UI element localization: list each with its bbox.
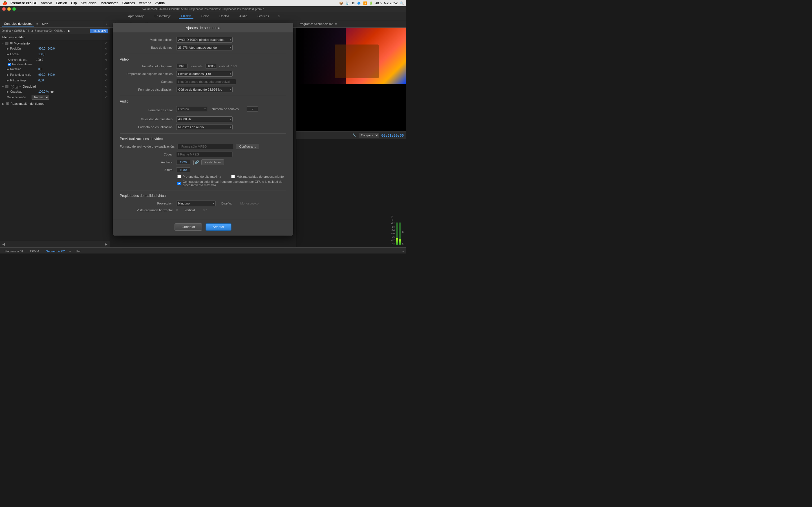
timeline-settings[interactable]: ≡ [69, 249, 71, 253]
rotation-expand[interactable]: ▶ [7, 68, 9, 71]
max-quality-checkbox[interactable] [231, 175, 235, 178]
linear-color-checkbox[interactable] [177, 182, 181, 185]
anchor-width-value[interactable]: 100,0 [36, 58, 43, 61]
menu-edicion[interactable]: Edición [56, 1, 67, 5]
edit-mode-select[interactable]: AVCHD 1080p píxeles cuadrados [176, 37, 233, 43]
timeline-more[interactable]: » [402, 249, 404, 253]
fullscreen-button[interactable] [12, 7, 16, 11]
position-expand[interactable]: ▶ [7, 47, 9, 50]
reset-button[interactable]: Restablecer [201, 159, 224, 165]
movement-header[interactable]: ▾ fx ⊞ Movimiento ↺ [0, 41, 110, 46]
position-x[interactable]: 960,0 [38, 47, 45, 50]
opacity-expand[interactable]: ▶ [7, 90, 9, 93]
opacity-slider-right[interactable]: ▶ [52, 90, 54, 93]
nav-edicion[interactable]: Edición [179, 13, 193, 18]
blend-mode-select[interactable]: Normal [32, 95, 49, 100]
opacity-value-reset[interactable]: ↺ [105, 90, 107, 93]
bit-depth-checkbox[interactable] [177, 175, 181, 178]
menu-archivo[interactable]: Archivo [41, 1, 52, 5]
scale-expand[interactable]: ▶ [7, 53, 9, 56]
minimize-button[interactable] [7, 7, 11, 11]
preview-width-input[interactable] [176, 160, 190, 165]
nav-efectos[interactable]: Efectos [216, 14, 232, 18]
menu-marcadores[interactable]: Marcadores [100, 1, 118, 5]
network-icon: 📡 [345, 1, 349, 5]
timeline-tab-seq01[interactable]: Secuencia 01 [2, 249, 26, 253]
menu-ayuda[interactable]: Ayuda [155, 1, 165, 5]
preview-height-input[interactable] [176, 167, 190, 172]
link-icon[interactable]: 🔗 [195, 160, 199, 164]
scale-value[interactable]: 100,0 [38, 53, 45, 56]
opacity-header[interactable]: ▾ fx ○ □ ✎ Opacidad ↺ [0, 84, 110, 89]
menu-graficos[interactable]: Gráficos [122, 1, 135, 5]
anti-flicker-reset[interactable]: ↺ [105, 79, 107, 82]
tab-mez[interactable]: Mez [40, 22, 50, 26]
tab-controles-efectos[interactable]: Controles de efectos [2, 21, 34, 26]
timeline-tab-seq02[interactable]: Secuencia 02 [44, 249, 67, 253]
rotation-value[interactable]: 0,0 [38, 68, 42, 71]
opacity-value[interactable]: 100,0 % [38, 90, 49, 93]
menu-ventana[interactable]: Ventana [139, 1, 151, 5]
frame-width[interactable]: 1920 [176, 64, 188, 69]
pixel-aspect-select[interactable]: Píxeles cuadrados (1,0) [176, 71, 233, 76]
nav-ensamblaje[interactable]: Ensamblaje [152, 14, 173, 18]
anchor-width-reset[interactable]: ↺ [105, 58, 107, 61]
nav-more[interactable]: » [278, 14, 280, 18]
anchor-point-expand[interactable]: ▶ [7, 73, 9, 76]
scroll-right[interactable]: ▶ [105, 242, 107, 246]
anchor-point-y[interactable]: 540,0 [48, 73, 55, 76]
timeline-tab-sec[interactable]: Sec [73, 249, 83, 253]
panel-expand-icon[interactable]: » [106, 22, 107, 25]
blend-mode-reset[interactable]: ↺ [105, 96, 107, 99]
anchor-point-reset[interactable]: ↺ [105, 73, 107, 76]
audio-display-format-select[interactable]: Muestras de audio [176, 124, 233, 130]
edit-mode-row: Modo de edición: AVCHD 1080p píxeles cua… [120, 37, 286, 43]
sample-rate-select[interactable]: 48000 Hz [176, 116, 233, 122]
cancel-button[interactable]: Cancelar [174, 223, 202, 231]
panel-settings-icon[interactable]: ≡ [36, 22, 38, 25]
anti-flicker-label: Filtro antiarp... [10, 79, 38, 82]
quality-select[interactable]: Completa 1/2 1/4 [359, 133, 379, 138]
apple-menu[interactable]: 🍎 [2, 1, 7, 5]
scale-reset[interactable]: ↺ [105, 53, 107, 56]
search-icon[interactable]: 🔍 [400, 1, 404, 5]
configure-button[interactable]: Configurar... [236, 144, 259, 149]
anchor-point-x[interactable]: 960,0 [38, 73, 45, 76]
time-remap-header[interactable]: ▶ fx Reasignación del tiempo [0, 101, 110, 106]
nav-color[interactable]: Color [199, 14, 211, 18]
projection-select[interactable]: Ninguno [176, 201, 216, 206]
scroll-left[interactable]: ◀ [2, 242, 5, 246]
position-reset[interactable]: ↺ [105, 47, 107, 50]
num-channels-input[interactable] [247, 107, 258, 112]
frame-size-control: 1920 horizontal 1080 vertical 16:9 [176, 64, 286, 69]
rotation-reset[interactable]: ↺ [105, 68, 107, 71]
anti-flicker-value[interactable]: 0,00 [38, 79, 44, 82]
vu-42: -42 [391, 239, 395, 242]
anti-flicker-expand[interactable]: ▶ [7, 79, 9, 82]
preview-panel-settings[interactable]: ≡ [335, 22, 337, 25]
close-button[interactable] [2, 7, 6, 11]
nav-audio[interactable]: Audio [237, 14, 250, 18]
play-icon[interactable]: ▶ [68, 29, 70, 33]
accept-button[interactable]: Aceptar [206, 223, 231, 231]
nav-aprendizaje[interactable]: Aprendizaje [126, 14, 147, 18]
display-format-select[interactable]: Código de tiempo de 23,976 fps [176, 87, 233, 93]
nav-graficos[interactable]: Gráficos [255, 14, 271, 18]
menu-clip[interactable]: Clip [71, 1, 77, 5]
vu-s2-label: S [402, 242, 404, 245]
scale-prop: ▶ Escala 100,0 ↺ [0, 51, 110, 57]
vu-30: -30 [391, 232, 395, 235]
vu-level-r [399, 239, 401, 245]
frame-height[interactable]: 1080 [206, 64, 217, 69]
uniform-scale-checkbox[interactable] [8, 63, 11, 66]
timeline-tab-c0504[interactable]: C0504 [28, 249, 42, 253]
wrench-icon[interactable]: 🔧 [352, 133, 356, 137]
time-base-select[interactable]: 23,976 fotogramas/segundo [176, 45, 233, 50]
opacity-slider-left[interactable]: ◀ [50, 90, 52, 93]
channel-select[interactable]: Estéreo [176, 106, 207, 112]
menu-secuencia[interactable]: Secuencia [81, 1, 96, 5]
movement-reset[interactable]: ↺ [105, 42, 107, 45]
position-y[interactable]: 540,0 [48, 47, 55, 50]
opacity-reset[interactable]: ↺ [105, 85, 107, 88]
uniform-scale-row: Escala uniforme [0, 62, 110, 66]
